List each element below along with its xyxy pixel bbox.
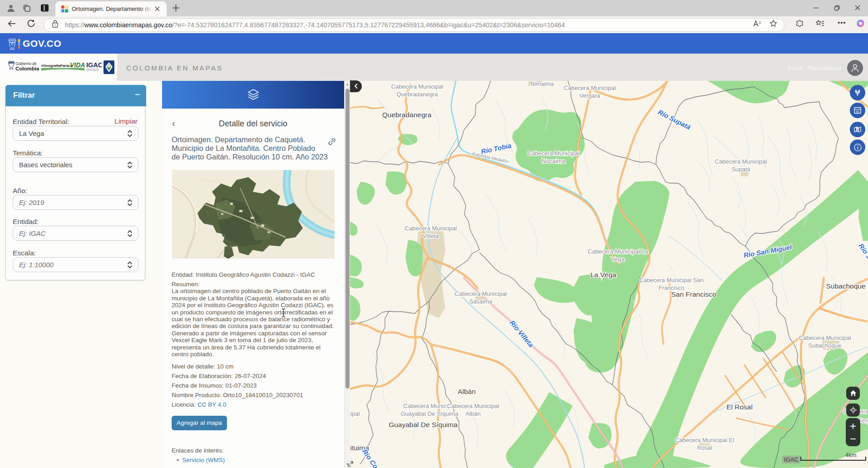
- svg-text:Sasaima: Sasaima: [469, 298, 493, 305]
- svg-text:Cabecera Municipal: Cabecera Municipal: [391, 83, 444, 90]
- svg-text:Rosal: Rosal: [697, 444, 712, 451]
- svg-text:El Rosal: El Rosal: [726, 403, 753, 411]
- svg-text:Cabecera Municipal San: Cabecera Municipal San: [639, 277, 704, 284]
- svg-text:#GeografiaParaLa: #GeografiaParaLa: [41, 64, 73, 68]
- svg-text:Guayabal De Síquima: Guayabal De Síquima: [389, 421, 458, 428]
- svg-text:Colombia: Colombia: [15, 66, 39, 71]
- svg-text:Nocaima: Nocaima: [542, 158, 565, 164]
- svg-text:IGAC: IGAC: [86, 61, 102, 69]
- svg-text:Villeta: Villeta: [423, 233, 439, 239]
- svg-text:Subachoque: Subachoque: [826, 282, 865, 290]
- svg-text:Albán: Albán: [465, 410, 480, 417]
- svg-text:Cabecera Municipal: Cabecera Municipal: [799, 334, 851, 341]
- svg-text:Quebradanegra: Quebradanegra: [396, 91, 438, 98]
- svg-text:Gobierno de: Gobierno de: [15, 61, 37, 66]
- svg-text:Cabecera Municipal: Cabecera Municipal: [528, 150, 580, 157]
- svg-text:VIDA: VIDA: [70, 61, 85, 69]
- svg-text:Vergara: Vergara: [579, 92, 600, 99]
- svg-text:Cabecera Municipal: Cabecera Municipal: [405, 225, 457, 232]
- svg-text:Cabecera Municipal: Cabecera Municipal: [715, 158, 767, 165]
- svg-text:Cabecera Municipal: Cabecera Municipal: [447, 403, 499, 409]
- svg-text:Guayabal De Síquima: Guayabal De Síquima: [400, 410, 459, 417]
- svg-text:Cabecera Municipal: Cabecera Municipal: [350, 410, 360, 417]
- svg-text:San Francisco: San Francisco: [671, 290, 716, 298]
- svg-text:Cabecera Municipal El: Cabecera Municipal El: [675, 437, 734, 443]
- svg-text:Subachoque: Subachoque: [808, 342, 841, 349]
- svg-text:La Vega: La Vega: [591, 271, 616, 279]
- svg-text:Cabecera Municipal La: Cabecera Municipal La: [588, 248, 649, 255]
- svg-text:Cabecera Municipal: Cabecera Municipal: [455, 290, 507, 297]
- svg-text:Supatá: Supatá: [731, 166, 750, 173]
- svg-text:Nimaima: Nimaima: [530, 81, 554, 87]
- svg-text:Quebradanegra: Quebradanegra: [382, 111, 432, 119]
- svg-text:Albán: Albán: [458, 388, 476, 395]
- svg-text:Vega: Vega: [611, 256, 625, 263]
- svg-text:Cabecera Municipal: Cabecera Municipal: [564, 85, 616, 91]
